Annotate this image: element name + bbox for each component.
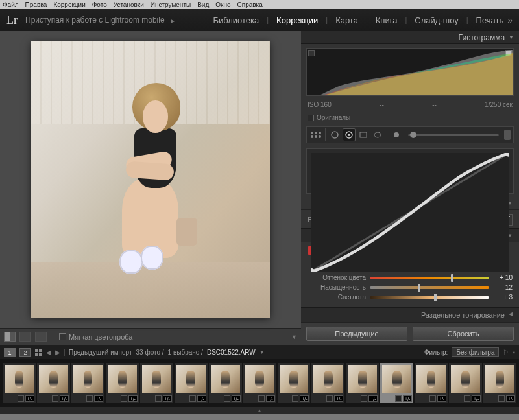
thumb-12[interactable]: +/- bbox=[415, 363, 448, 403]
filter-dropdown[interactable]: Без фильтра bbox=[452, 347, 499, 357]
menu-инструменты[interactable]: Инструменты bbox=[151, 1, 191, 8]
fwd-icon[interactable]: ▶ bbox=[55, 349, 60, 356]
subtitle[interactable]: Приступая к работе с Lightroom mobile ▶ bbox=[25, 16, 175, 25]
thumb-0[interactable]: +/- bbox=[3, 363, 36, 403]
logo: Lr bbox=[6, 14, 18, 27]
chevron-down-icon[interactable]: ▼ bbox=[260, 349, 265, 355]
thumb-8[interactable]: +/- bbox=[278, 363, 311, 403]
shutter-label: 1/250 сек bbox=[485, 101, 513, 108]
split-toning-header[interactable]: Раздельное тонирование ◀ bbox=[301, 307, 519, 322]
originals-label: Оригиналы bbox=[317, 114, 350, 121]
histogram[interactable] bbox=[306, 48, 514, 96]
path-label[interactable]: Предыдущий импорт bbox=[69, 349, 132, 356]
thumb-14[interactable]: +/- bbox=[483, 363, 516, 403]
slider-track[interactable] bbox=[370, 296, 489, 299]
before-after-button[interactable] bbox=[19, 332, 31, 342]
filmstrip-bar: 1 2 ◀ ▶ Предыдущий импорт 33 фото / 1 вы… bbox=[0, 345, 519, 359]
spot-tool[interactable] bbox=[328, 128, 341, 141]
flag-filter-icon[interactable]: ⚐ bbox=[503, 349, 509, 356]
chevron-down-icon[interactable]: ▼ bbox=[291, 334, 297, 340]
menu-правка[interactable]: Правка bbox=[25, 1, 47, 8]
menu-вид[interactable]: Вид bbox=[197, 1, 209, 8]
filmstrip[interactable]: +/-+/-+/-+/-+/-+/-+/-+/-+/-+/-+/-+/-+/-+… bbox=[0, 359, 519, 407]
menu-окно[interactable]: Окно bbox=[215, 1, 230, 8]
crop-tool[interactable] bbox=[309, 128, 322, 141]
panel-switch[interactable] bbox=[504, 130, 511, 140]
split-toning-title: Раздельное тонирование bbox=[421, 311, 505, 319]
grid-icon[interactable] bbox=[35, 349, 42, 356]
tool-slider[interactable] bbox=[408, 134, 499, 136]
subtitle-text: Приступая к работе с Lightroom mobile bbox=[25, 16, 165, 25]
originals-row[interactable]: Оригиналы bbox=[301, 111, 519, 124]
menu-файл[interactable]: Файл bbox=[3, 1, 19, 8]
view-toolbar: Мягкая цветопроба ▼ bbox=[0, 328, 301, 345]
thumb-11[interactable]: +/- bbox=[380, 363, 413, 403]
thumb-9[interactable]: +/- bbox=[311, 363, 344, 403]
slider-value: + 3 bbox=[493, 294, 513, 301]
slider-row-2: Светлота+ 3 bbox=[308, 292, 513, 302]
chevron-left-icon: ◀ bbox=[509, 311, 513, 319]
thumb-10[interactable]: +/- bbox=[346, 363, 379, 403]
thumb-7[interactable]: +/- bbox=[243, 363, 276, 403]
slider-row-0: Оттенок цвета+ 10 bbox=[308, 273, 513, 283]
menu-справка[interactable]: Справка bbox=[237, 1, 263, 8]
menu-коррекции[interactable]: Коррекции bbox=[53, 1, 85, 8]
iso-label: ISO 160 bbox=[308, 101, 332, 108]
menu-фото[interactable]: Фото bbox=[92, 1, 107, 8]
thumb-2[interactable]: +/- bbox=[71, 363, 104, 403]
thumb-4[interactable]: +/- bbox=[140, 363, 173, 403]
module-1[interactable]: Коррекции bbox=[274, 16, 320, 25]
aperture-label: -- bbox=[432, 101, 437, 108]
chevron-right-icon: ▶ bbox=[171, 18, 175, 24]
module-0[interactable]: Библиотека bbox=[211, 16, 262, 25]
monitor-1-button[interactable]: 1 bbox=[4, 348, 16, 357]
previous-button[interactable]: Предыдущие bbox=[306, 327, 407, 341]
softproof-label: Мягкая цветопроба bbox=[69, 333, 132, 341]
thumb-3[interactable]: +/- bbox=[106, 363, 139, 403]
filter-label: Фильтр: bbox=[424, 349, 448, 356]
monitor-2-button[interactable]: 2 bbox=[19, 348, 31, 357]
focal-label: -- bbox=[380, 101, 384, 108]
softproof-checkbox[interactable]: Мягкая цветопроба bbox=[59, 333, 132, 341]
tool-strip bbox=[306, 126, 514, 143]
module-2[interactable]: Карта bbox=[333, 16, 361, 25]
radial-tool[interactable] bbox=[371, 128, 384, 141]
photo-preview bbox=[31, 41, 270, 318]
histogram-header[interactable]: Гистограмма ▼ bbox=[301, 31, 519, 44]
svg-point-5 bbox=[394, 132, 399, 137]
slider-row-1: Насыщенность- 12 bbox=[308, 283, 513, 292]
count-label: 33 фото / bbox=[136, 349, 164, 356]
filmstrip-handle[interactable]: ▲ bbox=[0, 407, 519, 414]
selected-label: 1 выбрано / bbox=[168, 349, 203, 356]
slider-track[interactable] bbox=[370, 277, 489, 279]
loupe-view-button[interactable] bbox=[4, 332, 16, 342]
chevron-right-icon[interactable]: » bbox=[507, 15, 513, 25]
svg-point-4 bbox=[374, 132, 381, 137]
module-4[interactable]: Слайд-шоу bbox=[412, 16, 461, 25]
slider-track[interactable] bbox=[370, 286, 489, 289]
chevron-down-icon: ▼ bbox=[509, 34, 514, 40]
thumb-6[interactable]: +/- bbox=[209, 363, 242, 403]
reset-button[interactable]: Сбросить bbox=[413, 327, 514, 341]
redeye-tool[interactable] bbox=[343, 128, 356, 141]
gradient-tool[interactable] bbox=[357, 128, 370, 141]
slider-value: - 12 bbox=[493, 284, 513, 291]
thumb-1[interactable]: +/- bbox=[37, 363, 70, 403]
slider-label: Оттенок цвета bbox=[308, 274, 366, 281]
thumb-5[interactable]: +/- bbox=[175, 363, 208, 403]
module-picker: Библиотека|Коррекции|Карта|Книга|Слайд-ш… bbox=[211, 16, 507, 25]
lock-icon[interactable]: ▪ bbox=[513, 349, 515, 356]
tone-curve[interactable] bbox=[306, 148, 514, 194]
bottom-buttons: Предыдущие Сбросить bbox=[301, 322, 519, 345]
thumb-13[interactable]: +/- bbox=[449, 363, 482, 403]
compare-button[interactable] bbox=[35, 332, 47, 342]
filename-label: DSC01522.ARW bbox=[207, 349, 256, 356]
histogram-title: Гистограмма bbox=[459, 33, 505, 42]
menu-установки[interactable]: Установки bbox=[114, 1, 144, 8]
histogram-info: ISO 160 -- -- 1/250 сек bbox=[301, 100, 519, 110]
module-3[interactable]: Книга bbox=[373, 16, 400, 25]
image-canvas[interactable] bbox=[0, 31, 301, 328]
module-5[interactable]: Печать bbox=[474, 16, 507, 25]
slider-label: Светлота bbox=[308, 294, 366, 301]
back-icon[interactable]: ◀ bbox=[46, 349, 51, 356]
